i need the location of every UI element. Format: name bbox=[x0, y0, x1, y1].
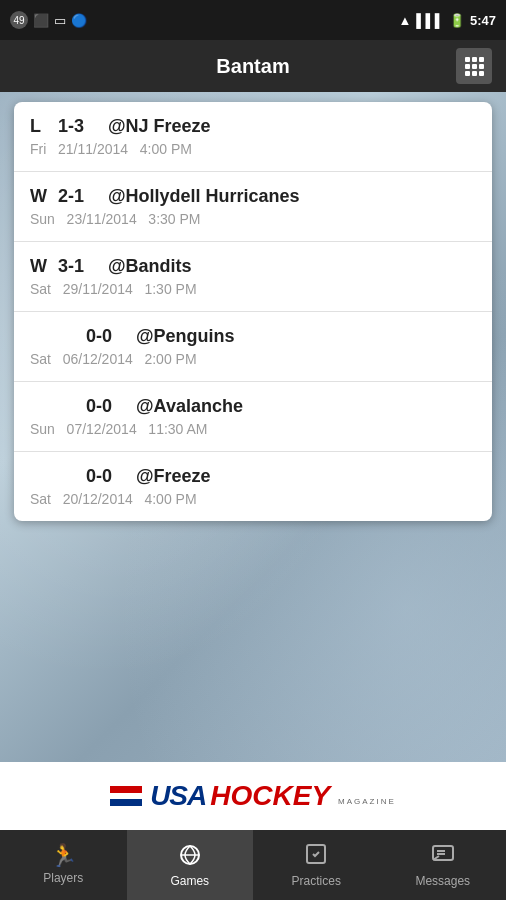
game-opponent: @Bandits bbox=[108, 256, 192, 277]
game-details: Sat 20/12/2014 4:00 PM bbox=[30, 491, 476, 507]
game-details: Sun 23/11/2014 3:30 PM bbox=[30, 211, 476, 227]
players-icon: 🏃 bbox=[50, 845, 77, 867]
battery-icon: 🔋 bbox=[449, 13, 465, 28]
game-opponent: @Penguins bbox=[136, 326, 235, 347]
screen-icon: ▭ bbox=[54, 13, 66, 28]
page-title: Bantam bbox=[216, 55, 289, 78]
game-date: 21/11/2014 bbox=[58, 141, 128, 157]
game-details: Sat 06/12/2014 2:00 PM bbox=[30, 351, 476, 367]
game-time: 2:00 PM bbox=[144, 351, 196, 367]
game-day: Fri bbox=[30, 141, 46, 157]
nav-label-games: Games bbox=[170, 874, 209, 888]
game-day: Sat bbox=[30, 281, 51, 297]
game-score: 3-1 bbox=[58, 256, 98, 277]
game-time: 4:00 PM bbox=[140, 141, 192, 157]
game-time: 4:00 PM bbox=[144, 491, 196, 507]
status-left-icons: 49 ⬛ ▭ 🔵 bbox=[10, 11, 87, 29]
game-day: Sun bbox=[30, 421, 55, 437]
game-row[interactable]: 0-0 @Penguins Sat 06/12/2014 2:00 PM bbox=[14, 312, 492, 382]
signal-icon: ▌▌▌ bbox=[416, 13, 444, 28]
nav-label-practices: Practices bbox=[292, 874, 341, 888]
calendar-button[interactable] bbox=[456, 48, 492, 84]
game-day: Sun bbox=[30, 211, 55, 227]
flag-icon bbox=[110, 786, 142, 806]
practices-icon bbox=[304, 842, 328, 870]
wifi-icon: ▲ bbox=[398, 13, 411, 28]
game-date: 07/12/2014 bbox=[67, 421, 137, 437]
game-result: W bbox=[30, 186, 50, 207]
status-bar: 49 ⬛ ▭ 🔵 ▲ ▌▌▌ 🔋 5:47 bbox=[0, 0, 506, 40]
notification-badge: 49 bbox=[10, 11, 28, 29]
game-score: 0-0 bbox=[86, 326, 126, 347]
game-time: 1:30 PM bbox=[144, 281, 196, 297]
games-icon bbox=[178, 843, 202, 870]
time-display: 5:47 bbox=[470, 13, 496, 28]
main-background: L 1-3 @NJ Freeze Fri 21/11/2014 4:00 PM … bbox=[0, 92, 506, 830]
game-opponent: @Avalanche bbox=[136, 396, 243, 417]
game-score: 0-0 bbox=[86, 396, 126, 417]
game-row[interactable]: 0-0 @Avalanche Sun 07/12/2014 11:30 AM bbox=[14, 382, 492, 452]
nav-item-messages[interactable]: Messages bbox=[380, 830, 507, 900]
game-row[interactable]: W 3-1 @Bandits Sat 29/11/2014 1:30 PM bbox=[14, 242, 492, 312]
game-result: L bbox=[30, 116, 50, 137]
cast-icon: ⬛ bbox=[33, 13, 49, 28]
nav-item-players[interactable]: 🏃 Players bbox=[0, 830, 127, 900]
logo-usa-text: USA bbox=[150, 780, 206, 812]
nav-item-games[interactable]: Games bbox=[127, 830, 254, 900]
game-row[interactable]: L 1-3 @NJ Freeze Fri 21/11/2014 4:00 PM bbox=[14, 102, 492, 172]
game-time: 3:30 PM bbox=[148, 211, 200, 227]
bottom-nav: 🏃 Players Games Practices bbox=[0, 830, 506, 900]
game-day: Sat bbox=[30, 491, 51, 507]
game-row[interactable]: W 2-1 @Hollydell Hurricanes Sun 23/11/20… bbox=[14, 172, 492, 242]
game-date: 29/11/2014 bbox=[63, 281, 133, 297]
nav-item-practices[interactable]: Practices bbox=[253, 830, 380, 900]
calendar-icon bbox=[465, 57, 484, 76]
game-score: 2-1 bbox=[58, 186, 98, 207]
nav-label-players: Players bbox=[43, 871, 83, 885]
game-opponent: @NJ Freeze bbox=[108, 116, 211, 137]
game-date: 20/12/2014 bbox=[63, 491, 133, 507]
usa-hockey-logo: USA HOCKEY MAGAZINE bbox=[110, 780, 396, 812]
nav-label-messages: Messages bbox=[415, 874, 470, 888]
game-opponent: @Freeze bbox=[136, 466, 211, 487]
game-details: Fri 21/11/2014 4:00 PM bbox=[30, 141, 476, 157]
app-header: Bantam bbox=[0, 40, 506, 92]
logo-magazine-text: MAGAZINE bbox=[338, 797, 396, 806]
logo-hockey-text: HOCKEY bbox=[210, 780, 330, 812]
game-score: 1-3 bbox=[58, 116, 98, 137]
game-result: W bbox=[30, 256, 50, 277]
game-opponent: @Hollydell Hurricanes bbox=[108, 186, 300, 207]
game-row[interactable]: 0-0 @Freeze Sat 20/12/2014 4:00 PM bbox=[14, 452, 492, 521]
game-time: 11:30 AM bbox=[148, 421, 207, 437]
status-right-icons: ▲ ▌▌▌ 🔋 5:47 bbox=[398, 13, 496, 28]
game-date: 23/11/2014 bbox=[67, 211, 137, 227]
vpn-icon: 🔵 bbox=[71, 13, 87, 28]
game-score: 0-0 bbox=[86, 466, 126, 487]
game-date: 06/12/2014 bbox=[63, 351, 133, 367]
game-day: Sat bbox=[30, 351, 51, 367]
messages-icon bbox=[431, 842, 455, 870]
game-details: Sat 29/11/2014 1:30 PM bbox=[30, 281, 476, 297]
games-card: L 1-3 @NJ Freeze Fri 21/11/2014 4:00 PM … bbox=[14, 102, 492, 521]
usa-hockey-banner: USA HOCKEY MAGAZINE bbox=[0, 762, 506, 830]
game-details: Sun 07/12/2014 11:30 AM bbox=[30, 421, 476, 437]
